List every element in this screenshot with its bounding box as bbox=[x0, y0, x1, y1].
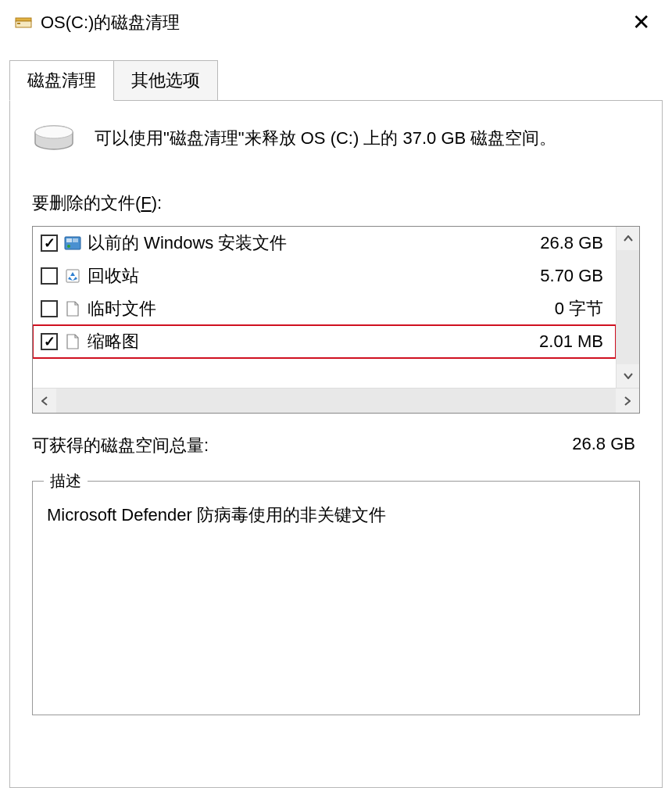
vertical-scrollbar[interactable] bbox=[616, 227, 639, 388]
summary-row: 可以使用"磁盘清理"来释放 OS (C:) 上的 37.0 GB 磁盘空间。 bbox=[32, 123, 640, 154]
svg-rect-0 bbox=[16, 18, 31, 21]
horizontal-scrollbar[interactable] bbox=[33, 388, 639, 413]
total-label: 可获得的磁盘空间总量: bbox=[32, 434, 209, 457]
file-checkbox[interactable] bbox=[41, 267, 58, 285]
file-checkbox[interactable] bbox=[41, 235, 58, 252]
file-size: 5.70 GB bbox=[540, 266, 608, 286]
svg-rect-6 bbox=[66, 238, 72, 242]
file-checkbox[interactable] bbox=[41, 300, 58, 317]
file-list-item[interactable]: 临时文件0 字节 bbox=[33, 292, 616, 325]
total-value: 26.8 GB bbox=[572, 434, 635, 457]
svg-point-4 bbox=[35, 126, 73, 138]
content-area: 磁盘清理 其他选项 可以使用"磁盘清理"来释放 OS (C:) 上的 37.0 … bbox=[0, 41, 672, 788]
tab-cleanup[interactable]: 磁盘清理 bbox=[9, 60, 114, 101]
file-type-icon bbox=[64, 333, 81, 350]
horizontal-scroll-track[interactable] bbox=[56, 389, 616, 413]
tab-panel-cleanup: 可以使用"磁盘清理"来释放 OS (C:) 上的 37.0 GB 磁盘空间。 要… bbox=[9, 100, 663, 788]
svg-rect-2 bbox=[17, 23, 20, 24]
svg-point-8 bbox=[67, 245, 70, 248]
total-space-row: 可获得的磁盘空间总量: 26.8 GB bbox=[32, 434, 640, 457]
file-type-icon bbox=[64, 235, 81, 252]
description-text: Microsoft Defender 防病毒使用的非关键文件 bbox=[47, 503, 625, 527]
file-label: 缩略图 bbox=[88, 330, 533, 353]
disk-cleanup-icon bbox=[14, 13, 33, 32]
description-box: 描述 Microsoft Defender 防病毒使用的非关键文件 bbox=[32, 481, 640, 715]
file-size: 2.01 MB bbox=[539, 331, 608, 352]
scroll-up-button[interactable] bbox=[617, 227, 639, 250]
file-list-item[interactable]: 回收站5.70 GB bbox=[33, 260, 616, 292]
file-list-item[interactable]: 以前的 Windows 安装文件26.8 GB bbox=[33, 227, 616, 260]
file-label: 回收站 bbox=[88, 264, 534, 288]
summary-text: 可以使用"磁盘清理"来释放 OS (C:) 上的 37.0 GB 磁盘空间。 bbox=[95, 127, 556, 151]
files-to-delete-label: 要删除的文件(F): bbox=[32, 192, 640, 215]
window-title: OS(C:)的磁盘清理 bbox=[41, 11, 615, 34]
description-legend: 描述 bbox=[44, 471, 88, 492]
file-type-icon bbox=[64, 267, 81, 285]
file-size: 26.8 GB bbox=[540, 233, 608, 253]
file-type-icon bbox=[64, 300, 81, 317]
scroll-right-button[interactable] bbox=[616, 389, 639, 413]
tab-other-options[interactable]: 其他选项 bbox=[113, 60, 218, 101]
vertical-scroll-track[interactable] bbox=[617, 250, 639, 364]
file-list: 以前的 Windows 安装文件26.8 GB回收站5.70 GB临时文件0 字… bbox=[32, 226, 640, 414]
tab-strip: 磁盘清理 其他选项 bbox=[9, 60, 663, 101]
scroll-down-button[interactable] bbox=[617, 364, 639, 388]
drive-icon bbox=[32, 123, 76, 154]
file-size: 0 字节 bbox=[555, 297, 608, 321]
file-list-item[interactable]: 缩略图2.01 MB bbox=[33, 325, 616, 358]
scroll-left-button[interactable] bbox=[33, 389, 56, 413]
close-button[interactable]: ✕ bbox=[623, 9, 659, 35]
file-label: 临时文件 bbox=[88, 297, 549, 321]
titlebar: OS(C:)的磁盘清理 ✕ bbox=[0, 0, 672, 41]
file-label: 以前的 Windows 安装文件 bbox=[88, 231, 534, 255]
svg-rect-7 bbox=[73, 238, 78, 242]
file-checkbox[interactable] bbox=[41, 333, 58, 350]
